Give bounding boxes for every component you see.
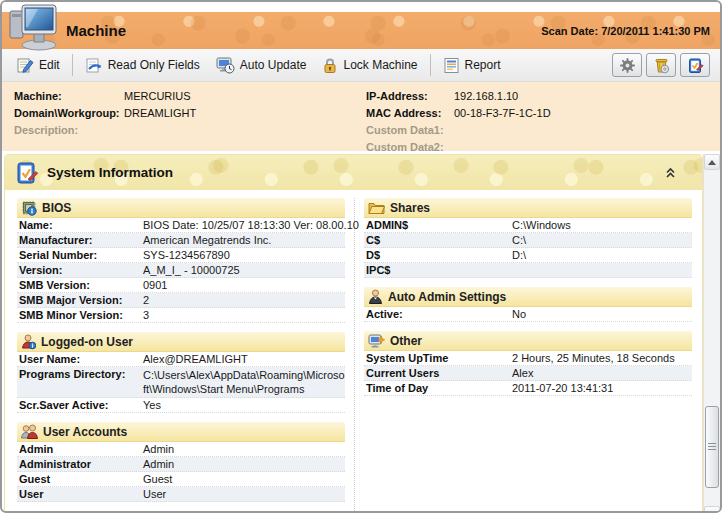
field-label: Custom Data2:: [366, 141, 454, 153]
section-title: User Accounts: [43, 425, 127, 439]
lock-machine-label: Lock Machine: [343, 58, 417, 72]
top-strip: [2, 2, 720, 12]
computer-icon: [8, 3, 62, 51]
auto-update-label: Auto Update: [240, 58, 307, 72]
read-only-fields-button[interactable]: Read Only Fields: [77, 53, 208, 78]
row-value: Guest: [143, 473, 345, 485]
scan-date-value: 7/20/2011 1:41:30 PM: [601, 25, 710, 37]
shares-section: Shares ADMIN$ C:\Windows C$ C:\: [364, 198, 692, 278]
table-row: Name: BIOS Date: 10/25/07 18:13:30 Ver: …: [17, 218, 345, 233]
section-title: Other: [390, 334, 422, 348]
system-information-panel: System Information: [4, 154, 703, 513]
table-row: Administrator Admin: [17, 457, 345, 472]
machine-info-left: Machine: MERCURIUS Domain\Workgroup: DRE…: [14, 87, 366, 155]
row-label: SMB Minor Version:: [19, 309, 143, 321]
row-value: Alex@DREAMLIGHT: [143, 353, 345, 365]
row-label: Administrator: [19, 458, 143, 470]
right-column: Shares ADMIN$ C:\Windows C$ C:\: [355, 198, 692, 513]
toolbar-right-group: [612, 53, 710, 77]
auto-update-button[interactable]: Auto Update: [208, 53, 315, 78]
page-title: Machine: [66, 22, 126, 39]
field-value: MERCURIUS: [124, 90, 366, 102]
row-label: SMB Version:: [19, 279, 143, 291]
chip-icon: [21, 200, 37, 216]
content-area: System Information: [2, 154, 720, 513]
field-label: MAC Address:: [366, 107, 454, 119]
machine-info-right: IP-Address: 192.168.1.10 MAC Address: 00…: [366, 87, 708, 155]
user-accounts-section: User Accounts Admin Admin Administrator …: [17, 422, 345, 502]
field-label: Description:: [14, 124, 124, 136]
table-row: System UpTime 2 Hours, 25 Minutes, 18 Se…: [364, 351, 692, 366]
section-title: BIOS: [42, 201, 71, 215]
other-section: Other System UpTime 2 Hours, 25 Minutes,…: [364, 331, 692, 396]
padlock-icon: [322, 57, 338, 74]
row-label: Current Users: [366, 367, 512, 379]
edit-label: Edit: [39, 58, 60, 72]
table-row: Scr.Saver Active: Yes: [17, 398, 345, 413]
row-value: C:\Windows: [512, 219, 692, 231]
table-row: User Name: Alex@DREAMLIGHT: [17, 352, 345, 367]
system-information-header[interactable]: System Information: [5, 155, 702, 190]
row-label: System UpTime: [366, 352, 512, 364]
report-label: Report: [465, 58, 501, 72]
clipboard-check-icon: [687, 57, 704, 74]
machine-row: Machine: MERCURIUS: [14, 87, 366, 104]
row-value: SYS-1234567890: [143, 249, 345, 261]
section-title: Logged-on User: [41, 335, 133, 349]
shares-section-header: Shares: [364, 198, 692, 218]
row-value: 3: [143, 309, 345, 321]
toolbar: Edit Read Only Fields: [2, 49, 720, 82]
field-label: Custom Data1:: [366, 124, 454, 136]
table-row: SMB Version: 0901: [17, 278, 345, 293]
table-row: Admin Admin: [17, 442, 345, 457]
section-group-title: System Information: [47, 165, 173, 180]
lock-machine-button[interactable]: Lock Machine: [314, 53, 425, 78]
edit-button[interactable]: Edit: [8, 53, 68, 78]
report-button[interactable]: Report: [435, 53, 509, 78]
table-row: Manufacturer: American Megatrends Inc.: [17, 233, 345, 248]
table-row: IPC$: [364, 263, 692, 278]
row-label: SMB Major Version:: [19, 294, 143, 306]
row-label: Version:: [19, 264, 143, 276]
row-label: Manufacturer:: [19, 234, 143, 246]
folder-icon: [368, 200, 385, 215]
other-section-header: Other: [364, 331, 692, 351]
section-title: Shares: [390, 201, 430, 215]
domain-row: Domain\Workgroup: DREAMLIGHT: [14, 104, 366, 121]
toolbar-separator: [430, 54, 431, 76]
scroll-down-button[interactable]: [704, 506, 720, 513]
row-label: Name:: [19, 219, 143, 231]
admin-person-icon: [368, 289, 383, 305]
monitor-clock-icon: [216, 57, 235, 74]
row-value: Yes: [143, 399, 345, 411]
ip-row: IP-Address: 192.168.1.10: [366, 87, 708, 104]
row-value: User: [143, 488, 345, 500]
row-label: User Name:: [19, 353, 143, 365]
table-row: Time of Day 2011-07-20 13:41:31: [364, 381, 692, 396]
machine-info-panel: Machine: MERCURIUS Domain\Workgroup: DRE…: [2, 82, 720, 151]
row-value: 2: [143, 294, 345, 306]
scan-date-label: Scan Date:: [541, 25, 598, 37]
vertical-scrollbar[interactable]: [703, 154, 720, 513]
clipboard-check-button[interactable]: [680, 53, 710, 77]
collapse-section-button[interactable]: [662, 165, 678, 181]
table-row: User User: [17, 487, 345, 502]
auto-admin-rows: Active: No: [364, 307, 692, 322]
gear-button[interactable]: [612, 53, 642, 77]
row-value: 2 Hours, 25 Minutes, 18 Seconds: [512, 352, 692, 364]
bios-section: BIOS Name: BIOS Date: 10/25/07 18:13:30 …: [17, 198, 345, 323]
row-value: A_M_I_ - 10000725: [143, 264, 345, 276]
other-rows: System UpTime 2 Hours, 25 Minutes, 18 Se…: [364, 351, 692, 396]
left-column: BIOS Name: BIOS Date: 10/25/07 18:13:30 …: [17, 198, 355, 513]
shares-rows: ADMIN$ C:\Windows C$ C:\ D$ D:\: [364, 218, 692, 278]
field-label: IP-Address:: [366, 90, 454, 102]
scrollbar-thumb[interactable]: [705, 406, 719, 488]
row-value: C:\: [512, 234, 692, 246]
table-row: Programs Directory: C:\Users\Alex\AppDat…: [17, 367, 345, 398]
field-value: 00-18-F3-7F-1C-1D: [454, 107, 708, 119]
arrow-up-icon: [708, 160, 716, 165]
recycle-bin-button[interactable]: [646, 53, 676, 77]
table-row: Serial Number: SYS-1234567890: [17, 248, 345, 263]
row-value: BIOS Date: 10/25/07 18:13:30 Ver: 08.00.…: [143, 219, 359, 231]
scroll-up-button[interactable]: [704, 154, 720, 170]
